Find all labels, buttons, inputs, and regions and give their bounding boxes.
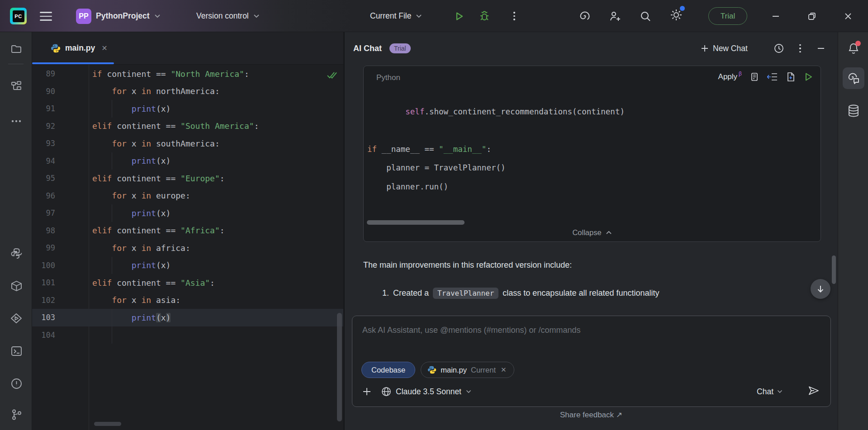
trial-button[interactable]: Trial bbox=[708, 7, 747, 25]
code-line[interactable]: 100 print(x) bbox=[32, 257, 343, 274]
chat-options-button[interactable] bbox=[793, 42, 807, 55]
apply-button[interactable]: Apply β bbox=[718, 72, 742, 81]
code-line[interactable]: 92elif continent == "South America": bbox=[32, 118, 343, 135]
code-line[interactable]: 104 bbox=[32, 326, 343, 344]
sidebar-item-terminal[interactable] bbox=[8, 342, 25, 359]
line-number[interactable]: 98 bbox=[32, 226, 55, 235]
copy-icon[interactable] bbox=[749, 72, 759, 82]
code-line bbox=[367, 121, 817, 140]
close-tab-icon[interactable]: ✕ bbox=[100, 43, 109, 53]
beta-badge: β bbox=[739, 71, 742, 77]
sidebar-item-more-tools[interactable] bbox=[8, 113, 25, 130]
sidebar-item-problems[interactable] bbox=[8, 375, 25, 392]
line-number[interactable]: 99 bbox=[32, 243, 55, 252]
editor-vertical-scrollbar[interactable] bbox=[337, 313, 342, 421]
ai-chat-trial-badge: Trial bbox=[389, 43, 411, 53]
line-number[interactable]: 89 bbox=[32, 69, 55, 78]
run-snippet-icon[interactable] bbox=[803, 72, 813, 82]
sidebar-item-ai-chat[interactable] bbox=[843, 67, 864, 89]
tab-main-py[interactable]: main.py ✕ bbox=[45, 32, 115, 64]
editor-tabbar: main.py ✕ bbox=[32, 32, 343, 65]
vcs-widget[interactable]: Version control bbox=[196, 0, 260, 32]
model-selector[interactable]: Claude 3.5 Sonnet bbox=[381, 387, 471, 397]
restore-button[interactable] bbox=[805, 0, 819, 32]
minimize-button[interactable] bbox=[769, 0, 783, 32]
insert-at-caret-icon[interactable] bbox=[767, 72, 778, 82]
line-number[interactable]: 91 bbox=[32, 104, 55, 113]
ai-chat-title: AI Chat bbox=[353, 44, 382, 53]
code-line[interactable]: 90 for x in northAmerica: bbox=[32, 83, 343, 100]
collapse-button[interactable]: Collapse bbox=[364, 225, 821, 240]
hide-panel-button[interactable] bbox=[814, 42, 828, 55]
mode-selector[interactable]: Chat bbox=[757, 387, 783, 397]
editor-horizontal-scrollbar[interactable] bbox=[94, 422, 121, 426]
code-line-current[interactable]: 103 print(x) bbox=[32, 309, 343, 326]
sidebar-item-python-console[interactable] bbox=[8, 245, 25, 262]
codebase-chip[interactable]: Codebase bbox=[361, 362, 415, 378]
line-number[interactable]: 100 bbox=[32, 261, 55, 270]
line-number[interactable]: 90 bbox=[32, 87, 55, 96]
file-context-chip[interactable]: main.py Current ✕ bbox=[421, 362, 514, 378]
code-line[interactable]: 94 print(x) bbox=[32, 152, 343, 170]
code-line[interactable]: 91 print(x) bbox=[32, 100, 343, 118]
code-line[interactable]: 95elif continent == "Europe": bbox=[32, 170, 343, 187]
notifications-button[interactable] bbox=[843, 38, 864, 60]
new-chat-button[interactable]: New Chat bbox=[701, 44, 748, 53]
line-number[interactable]: 93 bbox=[32, 139, 55, 148]
list-text-suffix: class to encapsulate all related functio… bbox=[503, 288, 659, 298]
more-options-icon bbox=[799, 44, 801, 53]
chat-history-button[interactable] bbox=[772, 42, 786, 55]
code-with-me-button[interactable] bbox=[608, 0, 621, 32]
sidebar-item-version-control[interactable] bbox=[8, 406, 25, 423]
inspections-widget[interactable] bbox=[326, 70, 338, 83]
code-line[interactable]: 101elif continent == "Asia": bbox=[32, 274, 343, 292]
line-number[interactable]: 104 bbox=[32, 331, 55, 340]
chat-scrollbar[interactable] bbox=[832, 255, 836, 284]
scroll-down-button[interactable] bbox=[811, 279, 830, 299]
file-chip-status: Current bbox=[471, 366, 496, 374]
code-line[interactable]: 89if continent == "North America": bbox=[32, 65, 343, 83]
ai-assistant-button[interactable] bbox=[578, 0, 592, 32]
run-button[interactable] bbox=[452, 0, 466, 32]
code-line[interactable]: 98elif continent == "Africa": bbox=[32, 222, 343, 240]
code-horizontal-scrollbar[interactable] bbox=[367, 220, 465, 225]
line-number[interactable]: 103 bbox=[32, 313, 55, 322]
run-configuration-selector[interactable]: Current File bbox=[370, 0, 422, 32]
sidebar-item-services[interactable] bbox=[8, 310, 25, 327]
send-button[interactable] bbox=[808, 385, 820, 398]
new-file-icon[interactable] bbox=[786, 72, 796, 82]
code-line[interactable]: 97 print(x) bbox=[32, 204, 343, 222]
sidebar-item-python-packages[interactable] bbox=[8, 277, 25, 294]
add-context-icon[interactable] bbox=[362, 387, 371, 396]
minimize-icon bbox=[771, 12, 780, 21]
python-console-icon bbox=[10, 247, 23, 260]
code-line[interactable]: 93 for x in southAmerica: bbox=[32, 135, 343, 152]
code-line[interactable]: 99 for x in africa: bbox=[32, 239, 343, 257]
line-number[interactable]: 102 bbox=[32, 296, 55, 305]
main-menu-icon[interactable] bbox=[40, 12, 52, 21]
line-number[interactable]: 92 bbox=[32, 122, 55, 131]
line-number[interactable]: 95 bbox=[32, 174, 55, 183]
sidebar-item-project[interactable] bbox=[8, 40, 25, 57]
project-widget[interactable]: PP PythonProject bbox=[76, 0, 161, 32]
debug-button[interactable] bbox=[478, 0, 491, 32]
code-line[interactable]: 96 for x in europe: bbox=[32, 187, 343, 205]
sidebar-item-structure[interactable] bbox=[8, 77, 25, 95]
line-number[interactable]: 96 bbox=[32, 191, 55, 200]
line-number[interactable]: 94 bbox=[32, 156, 55, 165]
share-feedback-link[interactable]: Share feedback ↗ bbox=[345, 410, 838, 420]
close-button[interactable] bbox=[841, 0, 855, 32]
chat-input[interactable]: Ask AI Assistant, use @mentions (#mentio… bbox=[352, 316, 831, 407]
search-everywhere-button[interactable] bbox=[639, 0, 652, 32]
chevron-down-icon bbox=[154, 14, 161, 18]
add-user-icon bbox=[608, 10, 621, 23]
more-actions-button[interactable] bbox=[508, 0, 521, 32]
line-number[interactable]: 97 bbox=[32, 208, 55, 217]
line-number[interactable]: 101 bbox=[32, 278, 55, 287]
code-editor[interactable]: 89if continent == "North America":90 for… bbox=[32, 65, 343, 430]
file-chip-close-icon[interactable]: ✕ bbox=[500, 366, 508, 374]
code-line[interactable]: 102 for x in asia: bbox=[32, 292, 343, 309]
settings-button[interactable] bbox=[669, 0, 683, 32]
code-line: self.show_continent_recommendations(cont… bbox=[367, 102, 817, 121]
sidebar-item-database[interactable] bbox=[843, 100, 864, 122]
